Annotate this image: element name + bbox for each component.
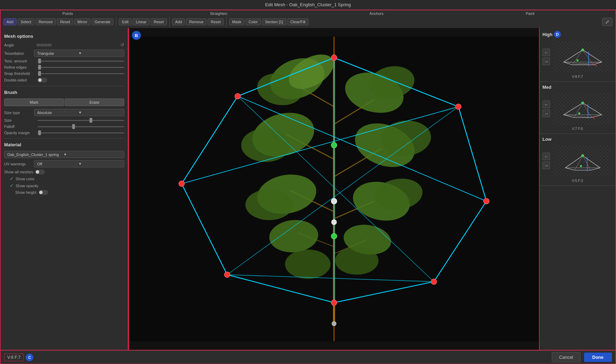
show-opacity-row: ✓ Show opacity: [4, 183, 124, 188]
svg-rect-48: [560, 45, 605, 69]
size-slider[interactable]: [37, 120, 124, 121]
lod-low-next[interactable]: →: [542, 162, 550, 169]
lod-high-row: ← →: [542, 40, 613, 74]
uv-warnings-label: UV warnings: [4, 162, 32, 166]
lod-med-label: Med: [542, 85, 613, 90]
show-all-meshes-row: Show all meshes: [4, 170, 124, 174]
lod-med-next[interactable]: →: [542, 110, 550, 117]
svg-line-63: [583, 103, 591, 118]
material-select[interactable]: Oak_English_Cluster_1 spring ▾: [4, 151, 124, 158]
lod-low-row: ← →: [542, 144, 613, 178]
svg-point-38: [431, 279, 437, 284]
divider-3: [226, 17, 227, 27]
refine-edges-slider[interactable]: [37, 67, 124, 68]
lod-high-next[interactable]: →: [542, 58, 550, 65]
remove2-button[interactable]: Remove: [186, 18, 206, 25]
section-button[interactable]: Section [1]: [262, 18, 286, 25]
angle-slider[interactable]: [37, 44, 119, 46]
edit-button[interactable]: Edit: [119, 18, 132, 25]
points-group-label: Points: [62, 11, 73, 16]
lod-low-nav: ← →: [542, 153, 550, 169]
size-type-value: Absolute: [37, 111, 79, 115]
tessellation-value: Triangular: [37, 51, 79, 55]
reset3-button[interactable]: Reset: [208, 18, 224, 25]
select-button[interactable]: Select: [18, 18, 35, 25]
cancel-button[interactable]: Cancel: [552, 352, 580, 362]
lod-low-preview: [553, 145, 613, 176]
tess-amount-slider[interactable]: [37, 61, 124, 62]
svg-line-51: [572, 50, 583, 65]
clearfill-button[interactable]: Clear/Fill: [287, 18, 309, 25]
mask-button[interactable]: Mask: [229, 18, 244, 25]
canvas-area[interactable]: B: [128, 28, 540, 350]
svg-point-65: [581, 102, 584, 104]
svg-point-25: [285, 250, 330, 279]
snap-threshold-label: Snap threshold: [4, 71, 35, 76]
tessellation-select[interactable]: Triangular ▾: [34, 50, 124, 57]
svg-line-73: [583, 156, 591, 170]
svg-point-55: [581, 49, 584, 51]
show-height-toggle[interactable]: [39, 190, 48, 195]
badge-d: D: [554, 31, 561, 38]
linear-button[interactable]: Linear: [133, 18, 150, 25]
done-button[interactable]: Done: [584, 353, 612, 362]
lod-med-row: ← →: [542, 92, 613, 126]
lod-high-label: High D: [542, 31, 613, 38]
svg-point-16: [241, 128, 290, 162]
mark-button[interactable]: Mark: [4, 98, 64, 106]
svg-point-45: [331, 142, 337, 148]
erase-button[interactable]: Erase: [65, 98, 124, 106]
paint-group-label: Paint: [526, 11, 534, 16]
tessellation-row: Tessellation Triangular ▾: [4, 50, 124, 57]
expand-button[interactable]: ⤢: [602, 18, 613, 26]
svg-point-35: [331, 55, 337, 60]
angle-reset-icon[interactable]: ↺: [120, 42, 124, 47]
reset-button[interactable]: Reset: [57, 18, 73, 25]
lod-high-prev[interactable]: ←: [542, 49, 550, 56]
falloff-slider[interactable]: [37, 126, 124, 127]
lod-high-stats: V:8 F:7: [542, 75, 613, 79]
title-bar: Edit Mesh - Oak_English_Cluster_1 Spring: [0, 0, 616, 10]
show-all-meshes-toggle[interactable]: [35, 170, 45, 174]
svg-point-26: [335, 247, 379, 275]
uv-warnings-dropdown-icon: ▾: [79, 162, 121, 166]
falloff-label: Falloff: [4, 124, 35, 129]
right-panel: High D ← →: [540, 28, 616, 350]
show-opacity-check: ✓: [10, 183, 14, 188]
double-sided-label: Double-sided: [4, 78, 35, 82]
svg-point-40: [225, 272, 230, 277]
svg-line-62: [574, 103, 583, 118]
lod-med-preview: [553, 93, 613, 124]
toolbar: Points Straighten Anchors Paint Add Sele…: [0, 10, 616, 28]
bottom-left: V:8 F:7 C: [4, 354, 33, 361]
brush-buttons: Mark Erase: [4, 98, 124, 106]
material-dropdown-icon: ▾: [64, 152, 121, 157]
size-type-select[interactable]: Absolute ▾: [34, 109, 124, 116]
svg-point-41: [179, 181, 184, 187]
add2-button[interactable]: Add: [172, 18, 185, 25]
color-button[interactable]: Color: [245, 18, 261, 25]
size-type-row: Size type Absolute ▾: [4, 109, 124, 116]
double-sided-toggle[interactable]: [37, 78, 47, 83]
mirror-button[interactable]: Mirror: [74, 18, 91, 25]
lod-low-prev[interactable]: ←: [542, 153, 550, 160]
anchors-group-label: Anchors: [370, 11, 383, 16]
size-row: Size: [4, 118, 124, 122]
opacity-margin-slider[interactable]: [37, 132, 124, 133]
uv-warnings-select[interactable]: Off ▾: [34, 160, 124, 167]
uv-warnings-row: UV warnings Off ▾: [4, 160, 124, 167]
double-sided-row: Double-sided: [4, 78, 124, 83]
lod-med-prev[interactable]: ←: [542, 101, 550, 108]
add-button[interactable]: Add: [3, 18, 17, 25]
svg-point-39: [331, 300, 337, 305]
size-type-label: Size type: [4, 111, 32, 115]
uv-warnings-value: Off: [37, 162, 79, 166]
svg-rect-69: [560, 149, 605, 173]
generate-button[interactable]: Generate: [92, 18, 114, 25]
left-panel: Mesh options Angle ↺ Tessellation Triang…: [0, 28, 128, 350]
reset2-button[interactable]: Reset: [151, 18, 167, 25]
snap-threshold-slider[interactable]: [37, 73, 124, 74]
divider-material: [4, 138, 124, 139]
material-select-row: Oak_English_Cluster_1 spring ▾: [4, 151, 124, 158]
remove-button[interactable]: Remove: [35, 18, 56, 25]
